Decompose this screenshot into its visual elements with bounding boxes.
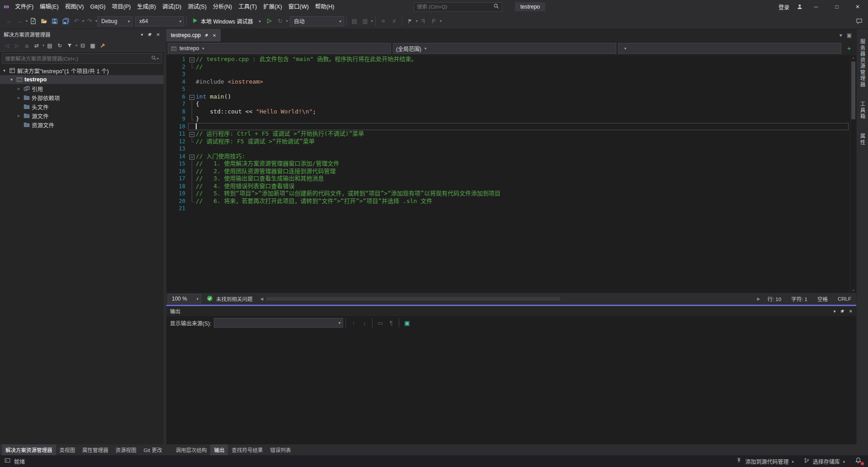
solution-platform-dropdown[interactable]: x64▾ — [135, 16, 184, 26]
solution-search-box[interactable]: ▾ — [2, 53, 162, 64]
scroll-right-icon[interactable]: ▶ — [755, 297, 763, 301]
menu-item-7[interactable]: 测试(S) — [184, 0, 210, 14]
minimize-button[interactable]: ─ — [806, 0, 826, 14]
tree-item-5[interactable]: ▹源文件 — [0, 111, 164, 120]
output-content[interactable] — [166, 330, 856, 444]
code-editor[interactable]: 1−// testrepo.cpp : 此文件包含 "main" 函数。程序执行… — [166, 55, 850, 293]
scroll-down-icon[interactable]: ▾ — [850, 288, 856, 292]
scroll-up-icon[interactable]: ▴ — [850, 56, 856, 60]
tree-expanded-arrow-icon[interactable]: ▾ — [8, 77, 15, 82]
send-feedback-icon[interactable] — [854, 16, 864, 27]
se-filter-icon[interactable] — [65, 41, 74, 50]
tree-collapsed-arrow-icon[interactable]: ▹ — [15, 95, 22, 100]
close-tab-icon[interactable]: ✕ — [212, 33, 216, 38]
redo-icon[interactable]: ↷ — [84, 16, 95, 27]
bookmark-options-icon[interactable]: ▾ — [440, 19, 442, 23]
code-line-1[interactable]: 1−// testrepo.cpp : 此文件包含 "main" 函数。程序执行… — [166, 56, 850, 63]
solution-search-input[interactable] — [5, 56, 151, 61]
scroll-left-icon[interactable]: ◀ — [258, 297, 266, 301]
fold-collapse-icon[interactable]: − — [189, 155, 194, 160]
tree-item-3[interactable]: ▹外部依赖项 — [0, 93, 164, 102]
quick-search-input[interactable] — [417, 4, 493, 9]
hot-reload-dropdown-icon[interactable]: ▾ — [286, 19, 288, 23]
solution-name-badge[interactable]: testrepo — [515, 2, 545, 11]
menu-item-0[interactable]: 文件(F) — [12, 0, 37, 14]
code-line-6[interactable]: 6−int main() — [166, 93, 850, 101]
code-line-11[interactable]: 11−// 运行程序: Ctrl + F5 或调试 >“开始执行(不调试)”菜单 — [166, 130, 850, 138]
code-line-2[interactable]: 2// — [166, 63, 850, 71]
pin-icon[interactable] — [147, 32, 152, 37]
code-line-4[interactable]: 4#include <iostream> — [166, 78, 850, 86]
menu-item-10[interactable]: 扩展(X) — [260, 0, 285, 14]
undo-icon[interactable]: ↶ — [71, 16, 82, 27]
pin-icon[interactable] — [840, 309, 845, 314]
menu-item-1[interactable]: 编辑(E) — [37, 0, 62, 14]
user-avatar-icon[interactable] — [794, 4, 806, 10]
command-window-icon[interactable]: ▥ — [360, 16, 371, 27]
se-back-icon[interactable]: ◁ — [2, 41, 11, 50]
se-forward-icon[interactable]: ▷ — [12, 41, 21, 50]
nav-scope-dropdown[interactable]: (全局范围)▾ — [393, 43, 616, 54]
add-item-icon[interactable]: + — [843, 43, 855, 54]
goto-previous-message-icon[interactable]: ↑ — [348, 317, 359, 328]
background-tasks-icon[interactable] — [5, 458, 10, 465]
output-panel-header[interactable]: 输出 ▾ ✕ — [166, 306, 856, 316]
bottom-dock-tab-3[interactable]: 错误列表 — [266, 444, 294, 455]
hot-reload-icon[interactable]: ↻ — [275, 16, 286, 27]
code-line-20[interactable]: 20// 6. 将来，若要再次打开此项目，请转到“文件”>“打开”>“项目”并选… — [166, 198, 850, 205]
maximize-button[interactable]: □ — [826, 0, 847, 14]
quick-search-box[interactable] — [414, 2, 502, 12]
window-position-icon[interactable]: ▾ — [834, 309, 836, 314]
bottom-dock-tab-2[interactable]: 查找符号结果 — [228, 444, 266, 455]
word-wrap-icon[interactable]: ¶ — [386, 317, 396, 328]
editor-vertical-scrollbar[interactable]: ▴ ▾ — [850, 55, 856, 293]
previous-bookmark-icon[interactable] — [418, 16, 429, 27]
next-bookmark-icon[interactable] — [429, 16, 439, 27]
notifications-button[interactable] — [850, 455, 868, 467]
code-line-13[interactable]: 13 — [166, 145, 850, 153]
active-files-dropdown-icon[interactable]: ▾ — [840, 32, 842, 38]
sign-in-link[interactable]: 登录 — [774, 3, 794, 11]
tab-testrepo-cpp[interactable]: testrepo.cpp ✕ — [166, 29, 221, 42]
menu-item-4[interactable]: 项目(P) — [108, 0, 134, 14]
save-all-icon[interactable] — [60, 16, 71, 27]
se-collapse-all-icon[interactable]: ⊟ — [78, 41, 87, 50]
code-line-18[interactable]: 18// 4. 使用错误列表窗口查看错误 — [166, 183, 850, 190]
select-repository-button[interactable]: 选择存储库 ▴ — [799, 455, 850, 467]
bottom-dock-tab-0[interactable]: 调用层次结构 — [172, 444, 210, 455]
left-dock-tab-4[interactable]: Git 更改 — [140, 444, 166, 455]
code-line-14[interactable]: 14−// 入门使用技巧: — [166, 153, 850, 160]
solution-configuration-dropdown[interactable]: Debug▾ — [97, 16, 132, 26]
comment-selection-icon[interactable]: ≡ — [378, 16, 389, 27]
close-button[interactable]: ✕ — [847, 0, 868, 14]
open-file-icon[interactable] — [38, 16, 49, 27]
uncomment-selection-icon[interactable]: ≠ — [389, 16, 400, 27]
code-line-16[interactable]: 16// 2. 使用团队资源管理器窗口连接到源代码管理 — [166, 168, 850, 175]
fold-collapse-icon[interactable]: − — [189, 132, 194, 137]
code-line-5[interactable]: 5 — [166, 85, 850, 93]
left-dock-tab-3[interactable]: 资源视图 — [112, 444, 140, 455]
tree-item-4[interactable]: 头文件 — [0, 102, 164, 111]
tree-item-0[interactable]: ▾解决方案"testrepo"(1 个项目/共 1 个) — [0, 66, 164, 75]
menu-item-2[interactable]: 视图(V) — [62, 0, 87, 14]
start-without-debugging-icon[interactable] — [264, 16, 275, 27]
editor-horizontal-scrollbar[interactable] — [265, 297, 755, 301]
code-line-21[interactable]: 21 — [166, 205, 850, 212]
nav-project-dropdown[interactable]: ++ testrepo▾ — [168, 43, 391, 54]
editor-options-icon[interactable]: ▣ — [847, 32, 852, 38]
bottom-dock-tab-1[interactable]: 输出 — [210, 444, 228, 455]
left-dock-tab-0[interactable]: 解决方案资源管理器 — [2, 444, 56, 455]
solution-explorer-header[interactable]: 解决方案资源管理器 ▾ ✕ — [0, 29, 164, 40]
navigate-back-icon[interactable]: ← — [4, 16, 14, 27]
tree-item-2[interactable]: ▹引用 — [0, 84, 164, 93]
code-line-8[interactable]: 8 std::cout << "Hello World!\n"; — [166, 108, 850, 116]
se-show-all-files-icon[interactable]: ▦ — [88, 41, 97, 50]
menu-item-5[interactable]: 生成(B) — [134, 0, 159, 14]
left-dock-tab-1[interactable]: 类视图 — [56, 444, 79, 455]
code-line-3[interactable]: 3 — [166, 71, 850, 78]
document-health-indicator[interactable]: 未找到相关问题 — [201, 295, 258, 302]
tree-item-6[interactable]: 资源文件 — [0, 120, 164, 129]
output-source-dropdown[interactable]: ▾ — [214, 318, 343, 328]
start-debugging-button[interactable]: 本地 Windows 调试器 ▾ — [189, 17, 264, 25]
tree-item-1[interactable]: ▾++testrepo — [0, 75, 164, 84]
